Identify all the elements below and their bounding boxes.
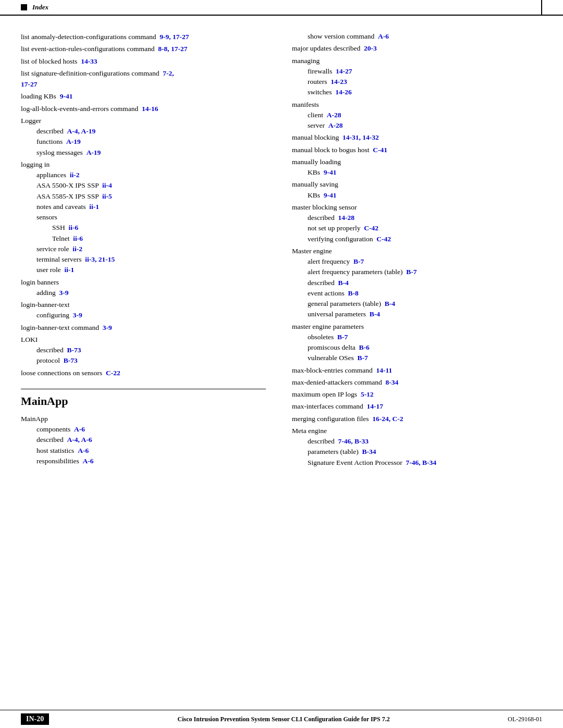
list-item: maximum open IP logs 5-12	[292, 389, 542, 400]
section-letter-m: MainApp	[21, 394, 266, 408]
section-divider	[21, 389, 266, 389]
footer-doc-number: OL-29168-01	[508, 715, 542, 723]
header-label: Index	[32, 3, 48, 11]
list-item: manually saving KBs 9-41	[292, 179, 542, 201]
list-item: max-interfaces command 14-17	[292, 401, 542, 412]
list-item: loose connections on sensors C-22	[21, 367, 266, 378]
page-header: Index	[0, 0, 563, 16]
list-item: max-denied-attackers command 8-34	[292, 377, 542, 388]
list-item: list anomaly-detection-configurations co…	[21, 31, 266, 42]
list-item: manually loading KBs 9-41	[292, 156, 542, 178]
list-item: list event-action-rules-configurations c…	[21, 43, 266, 54]
list-item: Master engine alert frequency B-7 alert …	[292, 245, 542, 320]
list-item: list of blocked hosts 14-33	[21, 56, 266, 67]
list-item: major updates described 20-3	[292, 43, 542, 54]
list-item: log-all-block-events-and-errors command …	[21, 103, 266, 114]
footer-center-text: Cisco Intrusion Prevention System Sensor…	[59, 715, 508, 723]
left-column: list anomaly-detection-configurations co…	[21, 31, 282, 469]
list-item: manifests client A-28 server A-28	[292, 99, 542, 131]
page-number-badge: IN-20	[21, 713, 49, 725]
list-item: login-banner-text configuring 3-9	[21, 299, 266, 321]
list-item: managing firewalls 14-27 routers 14-23 s…	[292, 55, 542, 98]
list-item: master blocking sensor described 14-28 n…	[292, 202, 542, 244]
list-item: logging in appliances ii-2 ASA 5500-X IP…	[21, 159, 266, 276]
header-right-border	[541, 0, 542, 16]
header-marker	[21, 4, 27, 10]
list-item: merging configuration files 16-24, C-2	[292, 413, 542, 424]
list-item: MainApp components A-6 described A-4, A-…	[21, 413, 266, 466]
list-item: login-banner-text command 3-9	[21, 322, 266, 333]
right-column: show version command A-6 major updates d…	[282, 31, 542, 469]
list-item: Logger described A-4, A-19 functions A-1…	[21, 115, 266, 158]
footer-publication-title: Cisco Intrusion Prevention System Sensor…	[178, 715, 390, 723]
main-content: list anomaly-detection-configurations co…	[0, 16, 563, 500]
list-item: manual blocking 14-31, 14-32	[292, 132, 542, 143]
list-item: max-block-entries command 14-11	[292, 365, 542, 376]
list-item: Meta engine described 7-46, B-33 paramet…	[292, 425, 542, 468]
list-item: master engine parameters obsoletes B-7 p…	[292, 321, 542, 364]
list-item: list signature-definition-configurations…	[21, 68, 266, 90]
page-footer: IN-20 Cisco Intrusion Prevention System …	[0, 710, 563, 728]
page-container: Index list anomaly-detection-configurati…	[0, 0, 563, 728]
terminal-servers-entry: terminal servers ii-3, 21-15	[21, 254, 266, 265]
list-item: loading KBs 9-41	[21, 91, 266, 102]
list-item: LOKI described B-73 protocol B-73	[21, 334, 266, 366]
list-item: manual block to bogus host C-41	[292, 144, 542, 155]
list-item: login banners adding 3-9	[21, 277, 266, 299]
list-item: show version command A-6	[292, 31, 542, 42]
